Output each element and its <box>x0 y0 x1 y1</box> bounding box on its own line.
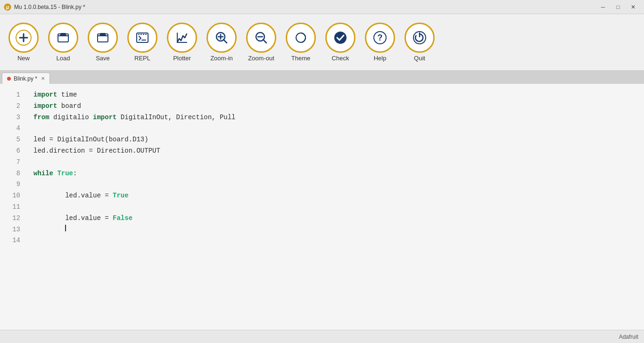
check-icon-circle <box>325 23 355 53</box>
title-bar-controls: ─ □ ✕ <box>596 2 640 12</box>
new-icon <box>15 29 32 46</box>
line-num-5: 5 <box>0 134 20 146</box>
tab-modified-dot <box>7 77 11 81</box>
tab-blink[interactable]: Blink.py * ✕ <box>2 73 50 84</box>
new-label: New <box>17 55 30 62</box>
line-num-12: 12 <box>0 213 20 224</box>
svg-rect-11 <box>143 34 144 35</box>
theme-icon <box>292 29 309 46</box>
help-label: Help <box>374 55 387 62</box>
help-button[interactable]: ? Help <box>361 19 399 66</box>
line-num-9: 9 <box>0 179 20 190</box>
svg-line-16 <box>223 40 227 43</box>
save-label: Save <box>96 55 110 62</box>
svg-point-23 <box>334 32 347 44</box>
line-num-14: 14 <box>0 235 20 246</box>
line-numbers: 1 2 3 4 5 6 7 8 9 10 11 12 13 14 <box>0 84 26 330</box>
tab-close-button[interactable]: ✕ <box>41 76 45 81</box>
help-icon: ? <box>372 29 388 46</box>
help-icon-circle: ? <box>365 23 395 53</box>
line-num-4: 4 <box>0 123 20 134</box>
zoom-out-button[interactable]: Zoom-out <box>242 19 280 66</box>
theme-button[interactable]: Theme <box>282 19 320 66</box>
quit-button[interactable]: Quit <box>401 19 438 66</box>
load-label: Load <box>57 55 70 62</box>
plotter-icon <box>173 29 190 46</box>
theme-label: Theme <box>291 55 310 62</box>
zoom-in-label: Zoom-in <box>210 55 233 62</box>
svg-rect-12 <box>145 34 147 35</box>
new-button[interactable]: New <box>5 19 42 66</box>
new-icon-circle <box>8 23 39 53</box>
maximize-button[interactable]: □ <box>611 2 625 12</box>
quit-label: Quit <box>414 55 425 62</box>
status-bar: Adafruit <box>0 330 644 343</box>
line-num-11: 11 <box>0 202 20 213</box>
line-num-8: 8 <box>0 168 20 180</box>
svg-text:?: ? <box>378 33 383 42</box>
zoom-in-icon <box>213 29 230 46</box>
theme-icon-circle <box>286 23 316 53</box>
check-icon <box>332 29 349 46</box>
load-icon-circle <box>48 23 78 53</box>
load-icon <box>55 29 72 46</box>
zoom-in-icon-circle <box>206 23 237 53</box>
line-num-6: 6 <box>0 146 20 157</box>
zoom-in-button[interactable]: Zoom-in <box>203 19 240 66</box>
zoom-out-label: Zoom-out <box>248 55 274 62</box>
line-num-1: 1 <box>0 90 20 101</box>
code-editor[interactable]: import time import board from digitalio … <box>26 84 644 330</box>
plotter-label: Plotter <box>173 55 191 62</box>
svg-point-22 <box>296 33 305 42</box>
check-label: Check <box>332 55 349 62</box>
zoom-out-icon-circle <box>246 23 276 53</box>
svg-text:μ: μ <box>6 5 9 10</box>
load-button[interactable]: Load <box>44 19 82 66</box>
window-title: Mu 1.0.0.beta.15 - Blink.py * <box>14 4 85 10</box>
repl-icon <box>134 29 151 46</box>
close-button[interactable]: ✕ <box>626 2 640 12</box>
line-num-13: 13 <box>0 224 20 236</box>
app-icon: μ <box>4 3 11 11</box>
save-icon <box>94 29 111 46</box>
zoom-out-icon <box>253 29 270 46</box>
plotter-button[interactable]: Plotter <box>163 19 201 66</box>
line-num-7: 7 <box>0 157 20 168</box>
title-bar: μ Mu 1.0.0.beta.15 - Blink.py * ─ □ ✕ <box>0 0 644 14</box>
save-button[interactable]: Save <box>84 19 122 66</box>
svg-rect-9 <box>138 34 140 35</box>
editor-area: 1 2 3 4 5 6 7 8 9 10 11 12 13 14 import … <box>0 84 644 330</box>
minimize-button[interactable]: ─ <box>596 2 610 12</box>
quit-icon <box>411 29 428 46</box>
svg-line-20 <box>263 40 266 43</box>
repl-label: REPL <box>134 55 150 62</box>
line-num-10: 10 <box>0 190 20 202</box>
quit-icon-circle <box>405 23 435 53</box>
line-num-2: 2 <box>0 101 20 112</box>
save-icon-circle <box>88 23 118 53</box>
title-bar-left: μ Mu 1.0.0.beta.15 - Blink.py * <box>4 3 85 11</box>
toolbar: New Load Save <box>0 14 644 71</box>
line-num-3: 3 <box>0 112 20 123</box>
tab-label: Blink.py * <box>14 75 37 82</box>
plotter-icon-circle <box>167 23 197 53</box>
brand-label: Adafruit <box>619 334 638 340</box>
svg-rect-10 <box>140 34 142 35</box>
check-button[interactable]: Check <box>322 19 359 66</box>
repl-icon-circle <box>127 23 157 53</box>
tab-bar: Blink.py * ✕ <box>0 71 644 84</box>
repl-button[interactable]: REPL <box>124 19 161 66</box>
